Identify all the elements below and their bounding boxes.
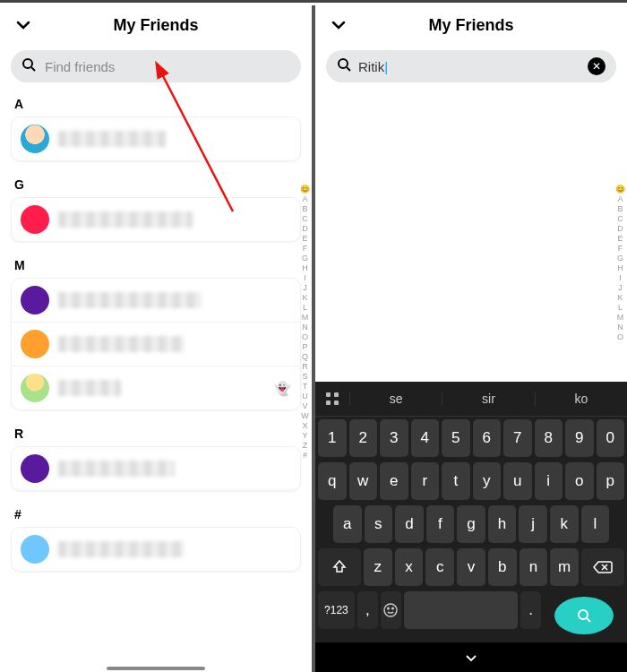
index-letter[interactable]: C xyxy=(617,214,623,223)
index-letter[interactable]: O xyxy=(617,332,623,341)
key-6[interactable]: 6 xyxy=(473,419,502,457)
index-letter[interactable]: U xyxy=(302,392,308,401)
key-7[interactable]: 7 xyxy=(503,419,532,457)
index-letter[interactable]: K xyxy=(617,293,623,302)
index-letter[interactable]: E xyxy=(302,234,307,243)
index-letter[interactable]: J xyxy=(618,283,623,292)
comma-key[interactable]: , xyxy=(357,591,378,629)
index-letter[interactable]: Z xyxy=(303,441,308,450)
key-u[interactable]: u xyxy=(503,462,532,500)
friend-row[interactable] xyxy=(12,117,300,160)
key-z[interactable]: z xyxy=(364,548,392,586)
key-b[interactable]: b xyxy=(488,548,517,586)
space-key[interactable] xyxy=(404,591,518,629)
key-w[interactable]: w xyxy=(349,462,378,500)
index-letter[interactable]: D xyxy=(302,224,308,233)
search-input[interactable] xyxy=(43,58,290,75)
shift-key[interactable] xyxy=(318,548,361,586)
index-letter[interactable]: B xyxy=(302,204,307,213)
friend-row[interactable] xyxy=(12,279,300,322)
friend-row[interactable] xyxy=(12,322,300,366)
index-letter[interactable]: D xyxy=(617,224,623,233)
index-letter[interactable]: A xyxy=(302,194,307,203)
index-letter[interactable]: H xyxy=(302,263,308,272)
index-letter[interactable]: T xyxy=(303,382,308,391)
index-letter[interactable]: F xyxy=(303,244,308,253)
key-j[interactable]: j xyxy=(519,505,547,543)
emoji-key[interactable] xyxy=(381,591,401,629)
index-letter[interactable]: R xyxy=(302,362,308,371)
index-letter[interactable]: I xyxy=(304,273,306,282)
key-a[interactable]: a xyxy=(333,505,362,543)
index-letter[interactable]: Q xyxy=(302,352,308,361)
suggestion[interactable]: sir xyxy=(442,392,534,406)
suggestion[interactable]: ko xyxy=(535,392,627,406)
friend-row[interactable] xyxy=(12,528,300,571)
key-y[interactable]: y xyxy=(473,462,502,500)
key-i[interactable]: i xyxy=(535,462,563,500)
key-l[interactable]: l xyxy=(581,505,610,543)
numeric-key[interactable]: ?123 xyxy=(318,591,355,629)
index-letter[interactable]: O xyxy=(302,332,308,341)
key-q[interactable]: q xyxy=(318,462,347,500)
index-letter[interactable]: L xyxy=(618,303,623,312)
index-letter[interactable]: I xyxy=(619,273,622,282)
index-letter[interactable]: E xyxy=(617,234,623,243)
index-letter[interactable]: X xyxy=(302,421,307,430)
index-letter[interactable]: N xyxy=(617,323,623,332)
search-bar[interactable]: Ritik| ✕ xyxy=(326,50,616,82)
key-2[interactable]: 2 xyxy=(349,419,378,457)
key-4[interactable]: 4 xyxy=(411,419,440,457)
key-1[interactable]: 1 xyxy=(318,419,347,457)
period-key[interactable]: . xyxy=(520,591,541,629)
clear-icon[interactable]: ✕ xyxy=(588,57,606,75)
index-letter[interactable]: H xyxy=(617,263,623,272)
key-o[interactable]: o xyxy=(565,462,594,500)
index-bar[interactable]: 😊ABCDEFGHIJKLMNO xyxy=(615,185,625,341)
index-letter[interactable]: V xyxy=(302,401,307,410)
suggestion[interactable]: se xyxy=(349,392,442,406)
backspace-key[interactable] xyxy=(581,548,624,586)
index-letter[interactable]: 😊 xyxy=(615,185,625,194)
chevron-down-icon[interactable] xyxy=(14,16,32,38)
key-v[interactable]: v xyxy=(457,548,485,586)
key-k[interactable]: k xyxy=(550,505,579,543)
key-d[interactable]: d xyxy=(395,505,424,543)
key-9[interactable]: 9 xyxy=(565,419,594,457)
key-m[interactable]: m xyxy=(550,548,579,586)
index-letter[interactable]: J xyxy=(303,283,307,292)
index-letter[interactable]: G xyxy=(617,254,623,263)
key-0[interactable]: 0 xyxy=(597,419,625,457)
friend-row[interactable] xyxy=(12,447,300,490)
chevron-down-icon[interactable] xyxy=(330,16,348,38)
key-p[interactable]: p xyxy=(597,462,625,500)
key-c[interactable]: c xyxy=(425,548,454,586)
index-letter[interactable]: 😊 xyxy=(300,185,310,194)
index-letter[interactable]: L xyxy=(303,303,307,312)
index-letter[interactable]: A xyxy=(617,194,623,203)
key-r[interactable]: r xyxy=(411,462,440,500)
index-letter[interactable]: F xyxy=(618,244,623,253)
search-input[interactable]: Ritik| xyxy=(358,59,388,74)
key-s[interactable]: s xyxy=(365,505,393,543)
key-h[interactable]: h xyxy=(488,505,517,543)
key-x[interactable]: x xyxy=(395,548,424,586)
index-letter[interactable]: N xyxy=(302,323,308,332)
key-f[interactable]: f xyxy=(426,505,455,543)
index-letter[interactable]: G xyxy=(302,254,308,263)
index-bar[interactable]: 😊ABCDEFGHIJKLMNOPQRSTUVWXYZ# xyxy=(300,185,310,460)
index-letter[interactable]: C xyxy=(302,214,308,223)
index-letter[interactable]: K xyxy=(302,293,307,302)
key-e[interactable]: e xyxy=(380,462,408,500)
index-letter[interactable]: M xyxy=(617,313,624,322)
key-3[interactable]: 3 xyxy=(380,419,408,457)
keyboard-collapse[interactable] xyxy=(315,642,627,672)
key-8[interactable]: 8 xyxy=(535,419,563,457)
index-letter[interactable]: S xyxy=(302,372,307,381)
index-letter[interactable]: M xyxy=(302,313,309,322)
key-5[interactable]: 5 xyxy=(442,419,470,457)
search-key[interactable] xyxy=(554,597,614,634)
keyboard-apps-icon[interactable] xyxy=(315,392,349,406)
search-bar[interactable] xyxy=(11,50,301,82)
key-n[interactable]: n xyxy=(520,548,548,586)
